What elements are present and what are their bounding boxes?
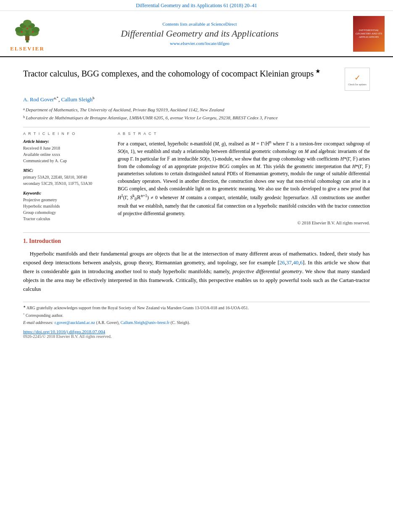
journal-cover-image: DIFFERENTIAL GEOMETRY AND ITS APPLICATIO… <box>353 16 385 52</box>
journal-citation-text: Differential Geometry and its Applicatio… <box>136 3 257 8</box>
journal-title: Differential Geometry and its Applicatio… <box>46 28 353 39</box>
abstract-column: A B S T R A C T For a compact, oriented,… <box>118 132 370 226</box>
msc-secondary: secondary 53C29, 35N10, 11F75, 53A30 <box>23 180 107 187</box>
svg-point-14 <box>24 26 25 28</box>
star-marker: ★ <box>315 68 321 74</box>
check-updates-icon: ✓ <box>354 73 361 82</box>
copyright-text: © 2018 Elsevier B.V. All rights reserved… <box>118 221 370 225</box>
keyword-4: Tractor calculus <box>23 216 107 222</box>
ref-37[interactable]: 37 <box>286 259 292 266</box>
author2-sup: b <box>92 96 95 100</box>
article-title-section: Tractor calculus, BGG complexes, and the… <box>23 68 370 91</box>
affiliation-2: b Laboratoire de Mathématiques de Bretag… <box>23 114 370 121</box>
footnote-email: E-mail addresses: r.gover@auckland.ac.nz… <box>23 319 370 326</box>
received-date: Received 8 June 2018 <box>23 145 107 151</box>
article-title-text: Tractor calculus, BGG complexes, and the… <box>23 68 338 79</box>
keywords-title: Keywords: <box>23 191 107 195</box>
authors-line: A. Rod Govera,*, Callum Sleighb <box>23 96 370 103</box>
introduction-heading: 1. Introduction <box>23 238 370 245</box>
svg-point-13 <box>26 28 28 29</box>
aff2-sup: b <box>23 114 25 121</box>
doi-link[interactable]: https://doi.org/10.1016/j.difgeo.2018.07… <box>23 329 370 334</box>
msc-primary: primary 53A20, 22E40, 58J10, 30F40 <box>23 174 107 180</box>
issn-text: 0926-2245/© 2018 Elsevier B.V. All right… <box>23 334 370 339</box>
abstract-label: A B S T R A C T <box>118 132 370 136</box>
article-info-label: A R T I C L E I N F O <box>23 132 107 136</box>
available-online: Available online xxxx <box>23 151 107 158</box>
introduction-text: Hyperbolic manifolds and their fundament… <box>23 250 370 293</box>
elsevier-wordmark: ELSEVIER <box>10 45 45 52</box>
email-2[interactable]: Callum.Sleigh@univ-brest.fr <box>121 320 169 325</box>
journal-header: ELSEVIER Contents lists available at Sci… <box>0 11 393 57</box>
bottom-links: https://doi.org/10.1016/j.difgeo.2018.07… <box>23 329 370 339</box>
sciencedirect-link[interactable]: Contents lists available at ScienceDirec… <box>46 21 353 26</box>
check-updates-label: Check for updates <box>348 83 367 86</box>
keyword-2: Hyperbolic manifolds <box>23 203 107 209</box>
journal-url[interactable]: www.elsevier.com/locate/difgeo <box>46 41 353 46</box>
journal-citation-bar: Differential Geometry and its Applicatio… <box>0 0 393 11</box>
aff1-text: Department of Mathematics, The Universit… <box>26 106 224 113</box>
author2-name[interactable]: Callum Sleigh <box>61 96 93 103</box>
author1-email-name: (A.R. Gover), <box>96 320 121 325</box>
ref-6[interactable]: 6 <box>300 259 303 266</box>
aff1-sup: a <box>23 106 25 113</box>
svg-point-11 <box>21 31 23 33</box>
svg-point-10 <box>23 20 32 26</box>
info-abstract-row: A R T I C L E I N F O Article history: R… <box>23 132 370 226</box>
affiliation-1: a Department of Mathematics, The Univers… <box>23 106 370 113</box>
svg-point-12 <box>32 31 34 33</box>
article-history-block: Article history: Received 8 June 2018 Av… <box>23 139 107 164</box>
article-info-column: A R T I C L E I N F O Article history: R… <box>23 132 107 226</box>
with-word: with <box>317 203 326 208</box>
contents-text: Contents lists available at <box>162 21 210 26</box>
author1-name[interactable]: A. Rod Gover <box>23 96 54 103</box>
keyword-1: Projective geometry <box>23 197 107 203</box>
history-title: Article history: <box>23 139 107 144</box>
author2-email-name: (C. Sleigh). <box>171 320 190 325</box>
doi-anchor[interactable]: https://doi.org/10.1016/j.difgeo.2018.07… <box>23 329 105 334</box>
keywords-block: Keywords: Projective geometry Hyperbolic… <box>23 191 107 222</box>
ref-26[interactable]: 26 <box>280 259 285 266</box>
email-1[interactable]: r.gover@auckland.ac.nz <box>55 320 95 325</box>
keyword-3: Group cohomology <box>23 209 107 216</box>
email-label: E-mail addresses: <box>23 320 53 325</box>
main-content: Tractor calculus, BGG complexes, and the… <box>0 57 393 347</box>
divider-1 <box>23 127 370 127</box>
check-updates-badge: ✓ Check for updates <box>345 68 370 91</box>
elsevier-logo: ELSEVIER <box>8 15 46 52</box>
divider-2 <box>23 232 370 233</box>
sciencedirect-name: ScienceDirect <box>211 21 237 26</box>
abstract-text: For a compact, oriented, hyperbolic n-ma… <box>118 139 370 217</box>
author1-sup: a,* <box>54 96 58 100</box>
aff2-text: Laboratoire de Mathématiques de Bretagne… <box>26 114 278 121</box>
article-title: Tractor calculus, BGG complexes, and the… <box>23 68 338 79</box>
footnote-divider <box>23 302 370 302</box>
msc-title: MSC: <box>23 168 107 173</box>
footnote-star: ★ ARG gratefully acknowledges support fr… <box>23 305 370 311</box>
elsevier-tree-icon <box>8 15 46 45</box>
ref-40[interactable]: 40 <box>293 259 298 266</box>
communicated-by: Communicated by A. Cap <box>23 158 107 164</box>
affiliations: a Department of Mathematics, The Univers… <box>23 106 370 121</box>
footnote-corresponding: * Corresponding author. <box>23 312 370 319</box>
journal-center-info: Contents lists available at ScienceDirec… <box>46 21 353 46</box>
svg-point-15 <box>30 26 31 28</box>
footnotes: ★ ARG gratefully acknowledges support fr… <box>23 305 370 326</box>
msc-block: MSC: primary 53A20, 22E40, 58J10, 30F40 … <box>23 168 107 187</box>
